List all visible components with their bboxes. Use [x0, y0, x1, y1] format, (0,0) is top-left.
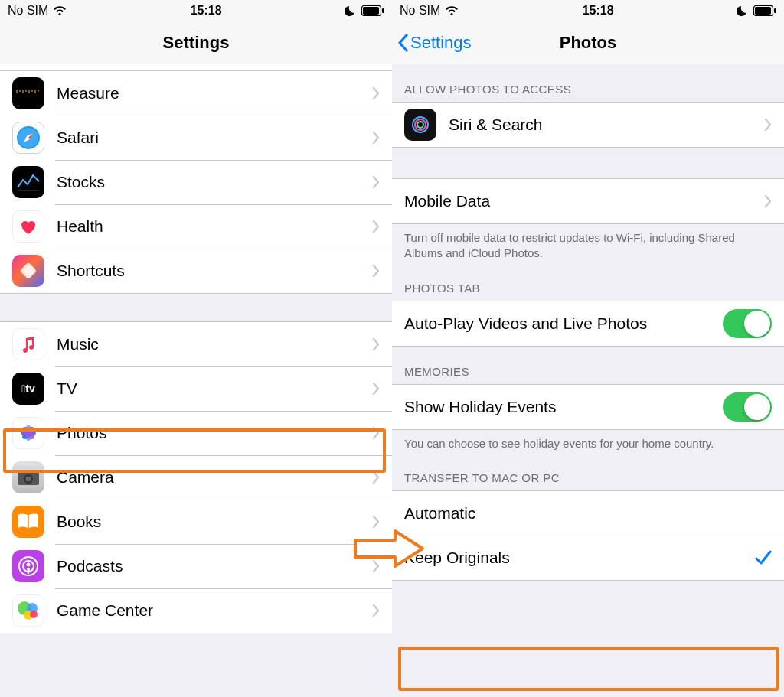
- chevron-right-icon: [372, 427, 380, 439]
- camera-icon: [12, 461, 44, 493]
- checkmark-icon: [755, 550, 772, 565]
- row-autoplay[interactable]: Auto-Play Videos and Live Photos: [392, 301, 784, 346]
- clock-label: 15:18: [583, 4, 614, 18]
- settings-group-1: Measure Safari Stocks: [0, 70, 392, 294]
- toggle-autoplay[interactable]: [723, 309, 772, 338]
- section-header-memories: MEMORIES: [392, 347, 784, 384]
- row-label: Podcasts: [57, 557, 372, 575]
- row-safari[interactable]: Safari: [0, 116, 392, 160]
- chevron-right-icon: [372, 604, 380, 617]
- row-mobile-data[interactable]: Mobile Data: [392, 179, 784, 223]
- page-title: Photos: [560, 33, 617, 53]
- chevron-right-icon: [372, 220, 380, 233]
- section-header-photos-tab: PHOTOS TAB: [392, 269, 784, 301]
- svg-rect-38: [774, 8, 776, 13]
- footer-holiday: You can choose to see holiday events for…: [392, 430, 784, 459]
- group-spacer: [392, 148, 784, 178]
- chevron-right-icon: [372, 176, 380, 188]
- group-transfer: Automatic Keep Originals: [392, 490, 784, 581]
- stocks-icon: [12, 166, 44, 198]
- status-bar: No SIM 15:18: [392, 0, 784, 21]
- row-label: Shortcuts: [57, 262, 372, 280]
- status-bar: No SIM 15:18: [0, 0, 392, 21]
- svg-rect-3: [15, 90, 41, 97]
- wifi-icon: [445, 5, 459, 16]
- row-label: Keep Originals: [404, 549, 755, 567]
- page-title: Settings: [163, 33, 230, 53]
- nav-bar-photos: Settings Photos: [392, 21, 784, 64]
- row-podcasts[interactable]: Podcasts: [0, 544, 392, 588]
- row-holiday-events[interactable]: Show Holiday Events: [392, 385, 784, 429]
- row-label: Health: [57, 217, 372, 236]
- row-label: Show Holiday Events: [404, 398, 723, 416]
- row-label: Siri & Search: [449, 116, 764, 134]
- row-siri-search[interactable]: Siri & Search: [392, 103, 784, 147]
- row-label: Auto-Play Videos and Live Photos: [404, 314, 723, 333]
- group-allow: Siri & Search: [392, 102, 784, 148]
- clock-label: 15:18: [191, 4, 222, 18]
- row-photos[interactable]: Photos: [0, 411, 392, 455]
- svg-rect-2: [382, 8, 384, 13]
- row-game-center[interactable]: Game Center: [0, 588, 392, 633]
- row-label: Safari: [57, 129, 372, 147]
- row-label: Camera: [57, 468, 372, 487]
- row-measure[interactable]: Measure: [0, 71, 392, 116]
- row-music[interactable]: Music: [0, 322, 392, 366]
- chevron-right-icon: [372, 383, 380, 395]
- chevron-right-icon: [372, 265, 380, 277]
- back-label: Settings: [410, 33, 472, 53]
- row-tv[interactable]: tv TV: [0, 366, 392, 411]
- siri-icon: [404, 109, 436, 141]
- game-center-icon: [12, 594, 44, 627]
- measure-icon: [12, 77, 44, 109]
- svg-rect-1: [363, 7, 379, 15]
- wifi-icon: [53, 5, 67, 16]
- chevron-right-icon: [372, 516, 380, 528]
- svg-point-27: [26, 477, 31, 482]
- tv-icon: tv: [12, 373, 44, 405]
- shortcuts-icon: [12, 255, 44, 287]
- carrier-label: No SIM: [8, 4, 48, 18]
- row-label: TV: [57, 379, 372, 398]
- row-books[interactable]: Books: [0, 500, 392, 544]
- back-button[interactable]: Settings: [397, 33, 472, 53]
- safari-icon: [12, 122, 44, 154]
- group-spacer: [0, 294, 392, 321]
- row-health[interactable]: Health: [0, 204, 392, 249]
- row-label: Mobile Data: [404, 192, 764, 210]
- chevron-right-icon: [372, 87, 380, 99]
- chevron-right-icon: [372, 560, 380, 572]
- row-label: Photos: [57, 424, 372, 442]
- moon-icon: [737, 5, 749, 17]
- chevron-right-icon: [764, 195, 772, 207]
- carrier-label: No SIM: [400, 4, 440, 18]
- row-keep-originals[interactable]: Keep Originals: [392, 536, 784, 580]
- health-icon: [12, 210, 44, 243]
- row-label: Measure: [57, 84, 372, 103]
- chevron-right-icon: [372, 338, 380, 350]
- row-shortcuts[interactable]: Shortcuts: [0, 249, 392, 293]
- row-label: Books: [57, 513, 372, 531]
- section-header-transfer: TRANSFER TO MAC OR PC: [392, 459, 784, 490]
- settings-group-2: Music tv TV: [0, 321, 392, 633]
- photos-icon: [12, 417, 44, 449]
- row-label: Automatic: [404, 504, 772, 523]
- group-mobile-data: Mobile Data: [392, 178, 784, 224]
- chevron-right-icon: [372, 471, 380, 484]
- row-label: Music: [57, 335, 372, 353]
- group-memories: Show Holiday Events: [392, 384, 784, 430]
- row-camera[interactable]: Camera: [0, 455, 392, 500]
- row-label: Game Center: [57, 601, 372, 620]
- screen-photos-settings: No SIM 15:18 Settings Photos: [392, 0, 784, 697]
- toggle-holiday-events[interactable]: [723, 392, 772, 422]
- row-stocks[interactable]: Stocks: [0, 160, 392, 204]
- row-automatic[interactable]: Automatic: [392, 491, 784, 536]
- podcasts-icon: [12, 550, 44, 582]
- moon-icon: [345, 5, 357, 17]
- screen-settings: No SIM 15:18 Settings: [0, 0, 392, 697]
- music-icon: [12, 328, 44, 360]
- svg-rect-37: [755, 7, 771, 15]
- chevron-right-icon: [764, 119, 772, 131]
- nav-bar-settings: Settings: [0, 21, 392, 64]
- group-photos-tab: Auto-Play Videos and Live Photos: [392, 301, 784, 347]
